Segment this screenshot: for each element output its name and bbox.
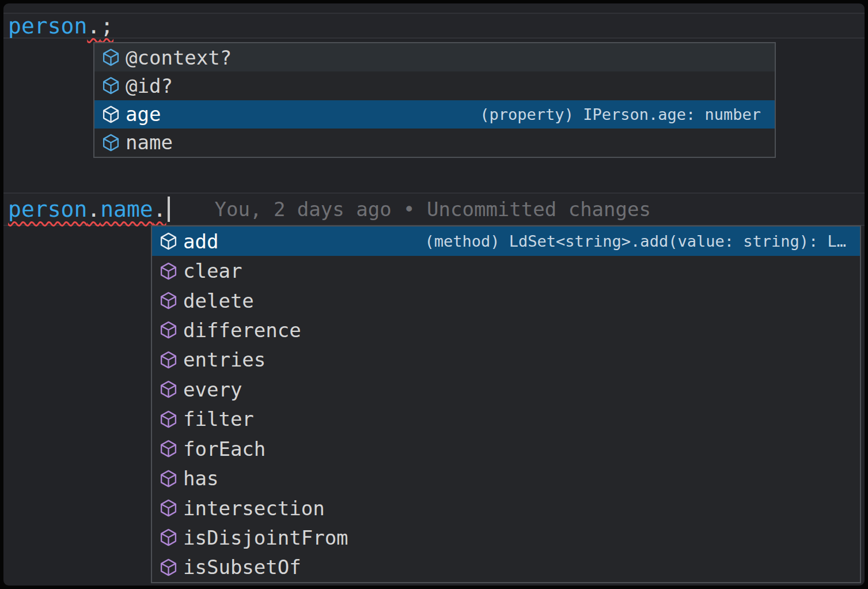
suggestion-detail: (property) IPerson.age: number: [480, 105, 761, 123]
symbol-method-icon: [159, 499, 178, 518]
suggestion-label: add: [183, 230, 218, 253]
suggestion-item-name[interactable]: name: [94, 129, 775, 157]
git-blame-annotation: You, 2 days ago • Uncommitted changes: [215, 198, 651, 221]
suggestion-item-every[interactable]: every: [152, 375, 860, 404]
suggestion-label: name: [126, 131, 173, 154]
suggestion-label: @id?: [126, 74, 173, 97]
symbol-method-icon: [159, 320, 178, 339]
suggestion-label: clear: [183, 259, 242, 282]
suggestion-label: every: [183, 378, 242, 401]
suggestion-item-difference[interactable]: difference: [152, 315, 860, 345]
symbol-method-icon: [159, 528, 178, 547]
suggestion-item-id[interactable]: @id?: [94, 71, 775, 100]
symbol-method-icon: [159, 380, 178, 399]
editor-window: person.; @context? @id? age (property) I…: [0, 0, 868, 589]
code-text: person.;: [8, 15, 113, 37]
suggestion-item-issubsetof[interactable]: isSubsetOf: [152, 553, 860, 582]
text-cursor: [168, 197, 170, 222]
suggestion-item-isdisjointfrom[interactable]: isDisjointFrom: [152, 523, 860, 552]
symbol-method-icon: [159, 469, 178, 488]
symbol-method-icon: [159, 232, 178, 251]
suggestion-item-filter[interactable]: filter: [152, 405, 860, 434]
suggestion-item-clear[interactable]: clear: [152, 256, 860, 285]
suggestion-label: isSubsetOf: [183, 556, 301, 579]
symbol-field-icon: [101, 48, 120, 67]
suggestion-label: difference: [183, 319, 301, 342]
suggestion-label: isDisjointFrom: [183, 526, 348, 549]
symbol-method-icon: [159, 262, 178, 281]
suggestion-label: entries: [183, 348, 266, 371]
variable-token: person: [8, 13, 87, 39]
suggestion-item-age-selected[interactable]: age (property) IPerson.age: number: [94, 100, 775, 129]
symbol-method-icon: [159, 291, 178, 310]
dot-token: .: [87, 197, 100, 222]
semicolon-token-error: ;: [100, 13, 113, 39]
suggestion-item-foreach[interactable]: forEach: [152, 434, 860, 463]
dot-token-error: .: [87, 13, 100, 39]
code-text: person.name.: [8, 198, 166, 220]
symbol-method-icon: [159, 558, 178, 577]
variable-token: person: [8, 197, 87, 222]
dot-token: .: [153, 197, 166, 222]
code-line-1[interactable]: person.;: [3, 13, 865, 39]
property-token: name: [100, 197, 153, 222]
suggestion-label: intersection: [183, 497, 325, 520]
suggestion-detail: (method) LdSet<string>.add(value: string…: [425, 232, 847, 250]
suggestion-item-add-selected[interactable]: add (method) LdSet<string>.add(value: st…: [152, 226, 860, 256]
code-editor[interactable]: person.; @context? @id? age (property) I…: [3, 3, 865, 586]
suggestion-item-context[interactable]: @context?: [94, 43, 775, 71]
code-line-2[interactable]: person.name. You, 2 days ago • Uncommitt…: [3, 192, 865, 226]
suggestion-label: @context?: [126, 46, 232, 69]
symbol-field-icon: [101, 133, 120, 152]
symbol-method-icon: [159, 350, 178, 369]
suggest-widget-methods: add (method) LdSet<string>.add(value: st…: [151, 225, 861, 583]
symbol-field-icon: [101, 76, 120, 95]
suggest-widget-properties: @context? @id? age (property) IPerson.ag…: [93, 42, 776, 158]
suggestion-label: forEach: [183, 437, 266, 460]
symbol-field-icon: [101, 105, 120, 124]
symbol-method-icon: [159, 410, 178, 429]
suggestion-label: filter: [183, 407, 254, 431]
error-span: person.name.: [8, 197, 166, 222]
suggestion-item-entries[interactable]: entries: [152, 345, 860, 375]
symbol-method-icon: [159, 439, 178, 458]
suggestion-label: delete: [183, 289, 254, 312]
suggestion-label: has: [183, 467, 218, 490]
suggestion-item-has[interactable]: has: [152, 463, 860, 493]
suggestion-item-intersection[interactable]: intersection: [152, 493, 860, 523]
suggestion-item-delete[interactable]: delete: [152, 286, 860, 315]
suggestion-label: age: [126, 103, 161, 126]
